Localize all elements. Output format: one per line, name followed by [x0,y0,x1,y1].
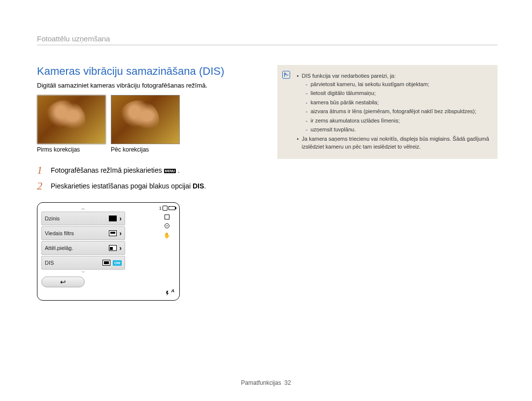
step-2-text-a: Pieskarieties iestatīšanas pogai blakus … [51,182,193,190]
shot-counter: 1 [159,206,162,211]
menu-icon: MENU [164,169,176,173]
page-footer: Pamatfunkcijas 32 [0,379,532,386]
step-1-text-b: . [178,166,180,174]
note-intro: DIS funkcija var nedarboties pareizi, ja… [297,72,492,134]
dis-icon [102,260,110,266]
note-item: aizvara ātrums ir lēns (piemēram, fotogr… [306,107,492,116]
note-item: kamera būs pārāk nestabila; [306,98,492,107]
step-1-text-a: Fotografēšanas režīmā pieskarieties [51,166,164,174]
manual-page: Fotoattēlu uzņemšana Kameras vibrāciju s… [0,0,532,301]
steps-list: 1 Fotografēšanas režīmā pieskarieties ME… [37,165,258,191]
content-columns: Kameras vibrāciju samazināšana (DIS) Dig… [37,65,498,301]
step-1-text: Fotografēšanas režīmā pieskarieties MENU… [51,166,180,174]
camera-row-dis-label: DIS [45,260,54,266]
subtitle: Digitāli samaziniet kameras vibrāciju fo… [37,82,258,89]
step-2-bold: DIS [193,182,204,190]
sd-card-icon [163,206,167,211]
example-photo-row [37,95,258,144]
camera-row-drive[interactable]: Dzinis › [41,212,125,225]
note-sublist: pārvietosit kameru, lai sekotu kustīgam … [306,80,492,134]
chevron-right-icon: › [119,229,122,237]
step-2-text-b: . [204,182,206,190]
camera-row-drive-label: Dzinis [45,216,60,221]
drive-icon [109,216,117,221]
caption-before: Pirms korekcijas [37,146,106,153]
note-item: pārvietosit kameru, lai sekotu kustīgam … [306,80,492,89]
note-box: DIS funkcija var nedarboties pareizi, ja… [277,65,498,159]
page-title: Kameras vibrāciju samazināšana (DIS) [37,65,258,78]
note-icon [282,71,290,79]
frame-icon [165,215,169,219]
note-item: lietosit digitālo tālummaiņu; [306,89,492,97]
battery-icon [168,206,175,210]
camera-menu-list: ︿ Dzinis › Viedais filtrs › [41,207,125,275]
counter-battery-row: 1 [159,206,175,211]
on-badge: ON [113,260,122,266]
chevron-right-icon: › [119,244,122,252]
adjust-icon [109,245,117,251]
caption-after: Pēc korekcijas [111,146,180,153]
photo-before [37,95,106,144]
filter-icon [109,230,117,236]
scroll-up-icon[interactable]: ︿ [41,207,125,211]
note-item: ir zems akumulatora uzlādes līmenis; [306,117,492,125]
note-intro-text: DIS funkcija var nedarboties pareizi, ja… [302,73,396,79]
camera-row-adjust[interactable]: Attēl.pielāg. › [41,241,125,255]
camera-row-dis[interactable]: DIS ON [41,256,125,270]
breadcrumb: Fotoattēlu uzņemšana [37,34,498,45]
step-1: 1 Fotografēšanas režīmā pieskarieties ME… [37,165,258,176]
footer-label: Pamatfunkcijas [241,379,281,386]
face-detect-icon [165,223,169,228]
flash-auto-icon: A [165,288,174,296]
flash-auto-label: A [171,288,174,293]
chevron-right-icon: › [119,215,122,222]
caption-row: Pirms korekcijas Pēc korekcijas [37,146,258,153]
footer-page: 32 [284,379,291,386]
back-button[interactable]: ↩ [41,277,85,287]
step-2-number: 2 [37,181,46,191]
note-item: uzņemsit tuvplānu. [306,125,492,134]
step-2-text: Pieskarieties iestatīšanas pogai blakus … [51,182,206,190]
camera-status-icons: 1 ✋ [159,206,175,239]
right-column: DIS funkcija var nedarboties pareizi, ja… [277,65,498,301]
camera-screenshot: ︿ Dzinis › Viedais filtrs › [37,202,180,301]
camera-row-filter-label: Viedais filtrs [45,230,74,236]
back-arrow-icon: ↩ [60,278,66,286]
step-1-number: 1 [37,165,46,176]
scroll-down-icon[interactable]: ﹀ [41,271,125,275]
photo-after [111,95,180,144]
step-2: 2 Pieskarieties iestatīšanas pogai blaku… [37,181,258,191]
camera-row-adjust-label: Attēl.pielāg. [45,245,73,251]
left-column: Kameras vibrāciju samazināšana (DIS) Dig… [37,65,258,301]
hand-icon: ✋ [164,232,170,239]
note-extra: Ja kamera saņems triecienu vai nokritīs,… [297,135,492,151]
camera-row-filter[interactable]: Viedais filtrs › [41,226,125,240]
